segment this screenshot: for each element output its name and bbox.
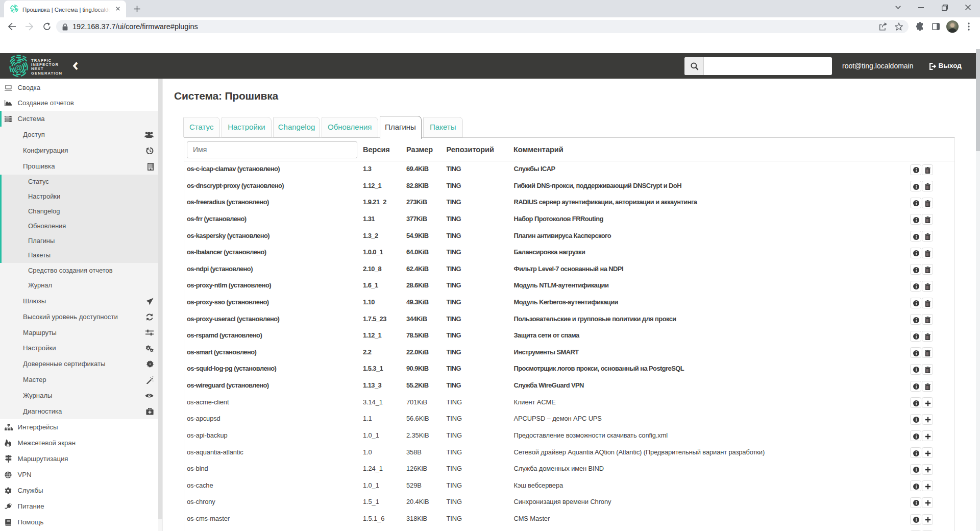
svg-text:@: @ [15,63,22,72]
